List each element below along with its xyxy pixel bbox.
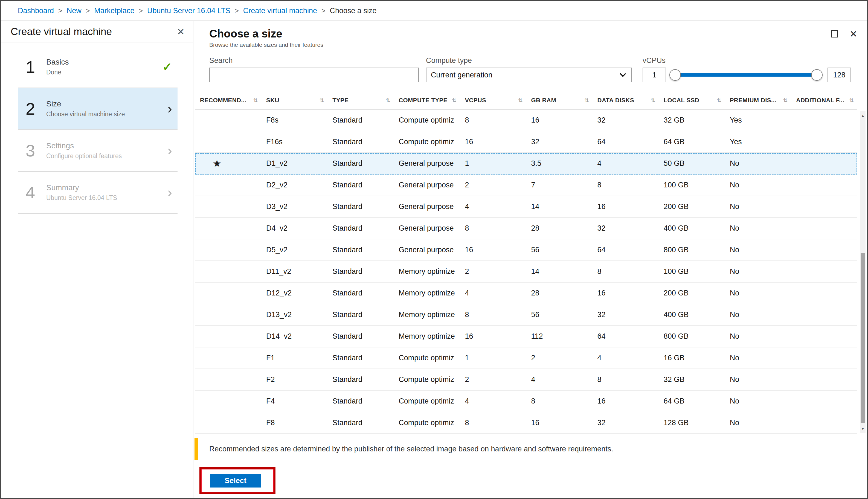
column-label: PREMIUM DIS... bbox=[730, 97, 777, 104]
column-header[interactable]: LOCAL SSD⇅ bbox=[659, 97, 725, 104]
cell-compute_type: Compute optimiz bbox=[394, 354, 460, 362]
scrollbar-thumb[interactable] bbox=[860, 253, 865, 423]
cell-premium_disk: No bbox=[725, 181, 791, 189]
step-summary[interactable]: 4 Summary Ubuntu Server 16.04 LTS › bbox=[18, 172, 178, 214]
vcpus-range-slider[interactable] bbox=[669, 68, 822, 82]
sort-icon[interactable]: ⇅ bbox=[253, 97, 258, 104]
cell-compute_type: Memory optimize bbox=[394, 267, 460, 276]
vcpus-label: vCPUs bbox=[643, 56, 851, 65]
step-number: 2 bbox=[22, 100, 39, 117]
cell-data_disks: 8 bbox=[592, 267, 659, 276]
sort-icon[interactable]: ⇅ bbox=[319, 97, 324, 104]
cell-compute_type: Memory optimize bbox=[394, 289, 460, 297]
vcpus-max-input[interactable] bbox=[828, 68, 851, 82]
cell-compute_type: General purpose bbox=[394, 246, 460, 254]
scroll-down-icon[interactable]: ▼ bbox=[860, 425, 866, 433]
cell-compute_type: General purpose bbox=[394, 181, 460, 189]
table-row[interactable]: D2_v2StandardGeneral purpose278100 GBNo bbox=[195, 174, 857, 196]
table-row[interactable]: D13_v2StandardMemory optimize85632400 GB… bbox=[195, 304, 857, 326]
select-button[interactable]: Select bbox=[210, 474, 261, 487]
cell-data_disks: 8 bbox=[592, 181, 659, 189]
table-row[interactable]: F2StandardCompute optimiz24832 GBNo bbox=[195, 369, 857, 391]
recommendation-note: Recommended sizes are determined by the … bbox=[195, 438, 857, 460]
cell-sku: D12_v2 bbox=[261, 289, 328, 297]
sort-icon[interactable]: ⇅ bbox=[386, 97, 390, 104]
cell-local_ssd: 200 GB bbox=[659, 289, 725, 297]
table-row[interactable]: F16sStandardCompute optimiz16326464 GBYe… bbox=[195, 131, 857, 153]
cell-compute_type: Compute optimiz bbox=[394, 375, 460, 384]
table-row[interactable]: D12_v2StandardMemory optimize42816200 GB… bbox=[195, 283, 857, 304]
compute-type-select[interactable]: Current generation bbox=[426, 68, 632, 82]
page-title: Choose a size bbox=[209, 28, 867, 40]
cell-sku: D11_v2 bbox=[261, 267, 328, 276]
sort-icon[interactable]: ⇅ bbox=[849, 97, 854, 104]
column-header[interactable]: PREMIUM DIS...⇅ bbox=[725, 97, 791, 104]
cell-vcpus: 2 bbox=[460, 181, 526, 189]
cell-type: Standard bbox=[328, 311, 394, 319]
cell-compute_type: Compute optimiz bbox=[394, 397, 460, 405]
breadcrumb-new[interactable]: New bbox=[67, 7, 82, 15]
cell-gb_ram: 14 bbox=[526, 203, 592, 211]
step-settings[interactable]: 3 Settings Configure optional features › bbox=[18, 130, 178, 172]
column-header[interactable]: SKU⇅ bbox=[261, 97, 328, 104]
breadcrumb-create-vm[interactable]: Create virtual machine bbox=[243, 7, 317, 15]
breadcrumb-dashboard[interactable]: Dashboard bbox=[18, 7, 54, 15]
table-row[interactable]: D11_v2StandardMemory optimize2148100 GBN… bbox=[195, 261, 857, 283]
cell-type: Standard bbox=[328, 418, 394, 427]
close-icon[interactable]: ✕ bbox=[177, 27, 185, 36]
column-header[interactable]: VCPUS⇅ bbox=[460, 97, 526, 104]
table-row[interactable]: D3_v2StandardGeneral purpose41416200 GBN… bbox=[195, 196, 857, 218]
cell-gb_ram: 32 bbox=[526, 138, 592, 146]
sort-icon[interactable]: ⇅ bbox=[584, 97, 589, 104]
cell-vcpus: 2 bbox=[460, 267, 526, 276]
vcpus-min-input[interactable] bbox=[643, 68, 666, 82]
slider-handle-min[interactable] bbox=[669, 69, 681, 81]
scroll-up-icon[interactable]: ▲ bbox=[860, 111, 866, 120]
table-row[interactable]: F4StandardCompute optimiz481664 GBNo bbox=[195, 391, 857, 412]
chevron-right-icon: › bbox=[168, 187, 172, 198]
column-label: COMPUTE TYPE bbox=[399, 97, 447, 104]
sort-icon[interactable]: ⇅ bbox=[783, 97, 788, 104]
cell-data_disks: 32 bbox=[592, 224, 659, 233]
cell-data_disks: 32 bbox=[592, 418, 659, 427]
step-basics[interactable]: 1 Basics Done ✓ bbox=[18, 46, 178, 88]
cell-local_ssd: 100 GB bbox=[659, 267, 725, 276]
table-row[interactable]: D5_v2StandardGeneral purpose165664800 GB… bbox=[195, 239, 857, 261]
maximize-icon[interactable] bbox=[831, 31, 838, 37]
column-header[interactable]: DATA DISKS⇅ bbox=[592, 97, 659, 104]
column-header[interactable]: COMPUTE TYPE⇅ bbox=[394, 97, 460, 104]
cell-gb_ram: 28 bbox=[526, 289, 592, 297]
column-header[interactable]: GB RAM⇅ bbox=[526, 97, 592, 104]
cell-gb_ram: 16 bbox=[526, 418, 592, 427]
sort-icon[interactable]: ⇅ bbox=[452, 97, 456, 104]
table-row[interactable]: D4_v2StandardGeneral purpose82832400 GBN… bbox=[195, 218, 857, 239]
column-header[interactable]: TYPE⇅ bbox=[328, 97, 394, 104]
cell-sku: F16s bbox=[261, 138, 328, 146]
cell-premium_disk: No bbox=[725, 203, 791, 211]
table-row[interactable]: F8StandardCompute optimiz81632128 GBNo bbox=[195, 412, 857, 434]
search-input[interactable] bbox=[209, 68, 419, 82]
column-header[interactable]: ADDITIONAL F...⇅ bbox=[791, 97, 857, 104]
slider-handle-max[interactable] bbox=[811, 69, 822, 81]
breadcrumb-ubuntu[interactable]: Ubuntu Server 16.04 LTS bbox=[147, 7, 230, 15]
sort-icon[interactable]: ⇅ bbox=[717, 97, 722, 104]
sort-icon[interactable]: ⇅ bbox=[651, 97, 656, 104]
table-row[interactable]: ★D1_v2StandardGeneral purpose13.5450 GBN… bbox=[195, 153, 857, 174]
table-row[interactable]: D14_v2StandardMemory optimize1611264800 … bbox=[195, 326, 857, 348]
cell-premium_disk: No bbox=[725, 375, 791, 384]
step-title: Basics bbox=[46, 58, 69, 66]
table-scrollbar[interactable]: ▲ ▼ bbox=[860, 111, 866, 433]
step-size[interactable]: 2 Size Choose virtual machine size › bbox=[18, 88, 178, 130]
breadcrumb-marketplace[interactable]: Marketplace bbox=[94, 7, 134, 15]
cell-type: Standard bbox=[328, 267, 394, 276]
cell-recommended: ★ bbox=[195, 159, 261, 169]
table-row[interactable]: F8sStandardCompute optimiz8163232 GBYes bbox=[195, 110, 857, 131]
create-vm-blade: Create virtual machine ✕ 1 Basics Done ✓… bbox=[1, 21, 193, 498]
sort-icon[interactable]: ⇅ bbox=[518, 97, 523, 104]
cell-premium_disk: Yes bbox=[725, 116, 791, 124]
close-icon[interactable]: ✕ bbox=[850, 29, 858, 39]
table-row[interactable]: F1StandardCompute optimiz12416 GBNo bbox=[195, 348, 857, 369]
column-header[interactable]: RECOMMEND...⇅ bbox=[195, 97, 261, 104]
breadcrumb-separator: > bbox=[321, 7, 326, 15]
cell-type: Standard bbox=[328, 354, 394, 362]
